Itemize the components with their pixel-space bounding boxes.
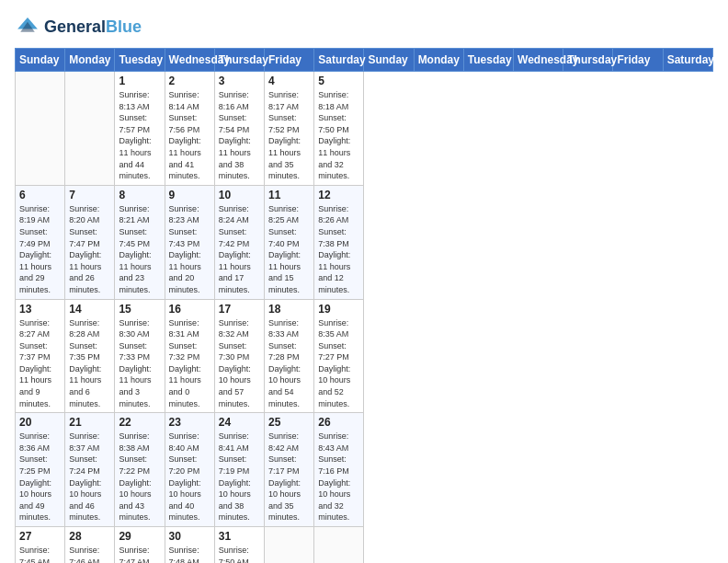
calendar-cell: 13Sunrise: 8:27 AM Sunset: 7:37 PM Dayli… — [16, 299, 65, 413]
calendar-cell: 28Sunrise: 7:46 AM Sunset: 6:13 PM Dayli… — [65, 527, 115, 564]
day-info: Sunrise: 7:48 AM Sunset: 6:10 PM Dayligh… — [169, 545, 210, 563]
calendar-table: SundayMondayTuesdayWednesdayThursdayFrid… — [15, 48, 713, 563]
day-number: 7 — [69, 189, 110, 201]
day-info: Sunrise: 8:19 AM Sunset: 7:49 PM Dayligh… — [19, 203, 61, 296]
day-number: 4 — [268, 75, 310, 87]
day-info: Sunrise: 8:43 AM Sunset: 7:16 PM Dayligh… — [318, 431, 359, 523]
calendar-week-2: 6Sunrise: 8:19 AM Sunset: 7:49 PM Daylig… — [16, 185, 713, 299]
logo: GeneralBlue — [15, 15, 142, 40]
calendar-header-tuesday: Tuesday — [115, 49, 165, 72]
day-info: Sunrise: 8:37 AM Sunset: 7:24 PM Dayligh… — [69, 431, 110, 523]
day-info: Sunrise: 8:27 AM Sunset: 7:37 PM Dayligh… — [19, 317, 61, 410]
calendar-header-saturday: Saturday — [314, 49, 364, 72]
col-header-monday: Monday — [414, 49, 463, 72]
col-header-friday: Friday — [613, 49, 663, 72]
day-number: 18 — [268, 303, 310, 316]
day-number: 8 — [119, 189, 160, 201]
col-header-thursday: Thursday — [563, 49, 613, 72]
day-number: 25 — [268, 416, 310, 429]
calendar-cell: 25Sunrise: 8:42 AM Sunset: 7:17 PM Dayli… — [265, 413, 314, 527]
day-number: 3 — [219, 75, 260, 87]
day-info: Sunrise: 8:28 AM Sunset: 7:35 PM Dayligh… — [69, 317, 110, 410]
day-info: Sunrise: 8:31 AM Sunset: 7:32 PM Dayligh… — [169, 317, 210, 410]
calendar-header-sunday: Sunday — [16, 49, 65, 72]
logo-text: GeneralBlue — [44, 18, 142, 37]
day-info: Sunrise: 8:32 AM Sunset: 7:30 PM Dayligh… — [219, 317, 260, 410]
calendar-cell — [16, 72, 65, 186]
calendar-header-friday: Friday — [265, 49, 314, 72]
calendar-cell: 10Sunrise: 8:24 AM Sunset: 7:42 PM Dayli… — [214, 185, 264, 299]
calendar-cell: 9Sunrise: 8:23 AM Sunset: 7:43 PM Daylig… — [165, 185, 214, 299]
calendar-cell: 29Sunrise: 7:47 AM Sunset: 6:12 PM Dayli… — [115, 527, 165, 564]
col-header-wednesday: Wednesday — [514, 49, 563, 72]
day-info: Sunrise: 8:16 AM Sunset: 7:54 PM Dayligh… — [219, 89, 260, 182]
day-info: Sunrise: 8:21 AM Sunset: 7:45 PM Dayligh… — [119, 203, 160, 296]
day-info: Sunrise: 7:46 AM Sunset: 6:13 PM Dayligh… — [69, 545, 110, 563]
day-number: 22 — [119, 416, 160, 429]
day-info: Sunrise: 8:25 AM Sunset: 7:40 PM Dayligh… — [268, 203, 310, 296]
calendar-week-3: 13Sunrise: 8:27 AM Sunset: 7:37 PM Dayli… — [16, 299, 713, 413]
day-number: 20 — [19, 416, 61, 429]
day-info: Sunrise: 8:17 AM Sunset: 7:52 PM Dayligh… — [268, 89, 310, 182]
day-number: 11 — [268, 189, 310, 201]
calendar-header-monday: Monday — [65, 49, 115, 72]
day-number: 26 — [318, 416, 359, 429]
day-info: Sunrise: 7:45 AM Sunset: 6:14 PM Dayligh… — [19, 545, 61, 563]
calendar-cell: 2Sunrise: 8:14 AM Sunset: 7:56 PM Daylig… — [165, 72, 214, 186]
day-number: 16 — [169, 303, 210, 316]
day-info: Sunrise: 8:42 AM Sunset: 7:17 PM Dayligh… — [268, 431, 310, 523]
calendar-week-5: 27Sunrise: 7:45 AM Sunset: 6:14 PM Dayli… — [16, 527, 713, 564]
logo-icon — [15, 15, 40, 40]
day-number: 10 — [219, 189, 260, 201]
calendar-cell: 31Sunrise: 7:50 AM Sunset: 6:09 PM Dayli… — [214, 527, 264, 564]
calendar-cell: 20Sunrise: 8:36 AM Sunset: 7:25 PM Dayli… — [16, 413, 65, 527]
day-number: 23 — [169, 416, 210, 429]
calendar-cell: 23Sunrise: 8:40 AM Sunset: 7:20 PM Dayli… — [165, 413, 214, 527]
calendar-cell: 6Sunrise: 8:19 AM Sunset: 7:49 PM Daylig… — [16, 185, 65, 299]
day-number: 27 — [19, 530, 61, 543]
day-info: Sunrise: 8:35 AM Sunset: 7:27 PM Dayligh… — [318, 317, 359, 410]
day-number: 29 — [119, 530, 160, 543]
calendar-cell: 15Sunrise: 8:30 AM Sunset: 7:33 PM Dayli… — [115, 299, 165, 413]
col-header-sunday: Sunday — [364, 49, 414, 72]
day-info: Sunrise: 8:18 AM Sunset: 7:50 PM Dayligh… — [318, 89, 359, 182]
calendar-cell: 16Sunrise: 8:31 AM Sunset: 7:32 PM Dayli… — [165, 299, 214, 413]
day-info: Sunrise: 8:23 AM Sunset: 7:43 PM Dayligh… — [169, 203, 210, 296]
calendar-cell: 3Sunrise: 8:16 AM Sunset: 7:54 PM Daylig… — [214, 72, 264, 186]
day-number: 28 — [69, 530, 110, 543]
day-info: Sunrise: 7:47 AM Sunset: 6:12 PM Dayligh… — [119, 545, 160, 563]
calendar-cell: 18Sunrise: 8:33 AM Sunset: 7:28 PM Dayli… — [265, 299, 314, 413]
day-info: Sunrise: 8:13 AM Sunset: 7:57 PM Dayligh… — [119, 89, 160, 182]
day-number: 5 — [318, 75, 359, 87]
day-info: Sunrise: 8:41 AM Sunset: 7:19 PM Dayligh… — [219, 431, 260, 523]
calendar-cell: 4Sunrise: 8:17 AM Sunset: 7:52 PM Daylig… — [265, 72, 314, 186]
day-number: 31 — [219, 530, 260, 543]
day-number: 12 — [318, 189, 359, 201]
calendar-cell — [314, 527, 364, 564]
day-info: Sunrise: 8:40 AM Sunset: 7:20 PM Dayligh… — [169, 431, 210, 523]
day-info: Sunrise: 7:50 AM Sunset: 6:09 PM Dayligh… — [219, 545, 260, 563]
calendar-week-4: 20Sunrise: 8:36 AM Sunset: 7:25 PM Dayli… — [16, 413, 713, 527]
day-info: Sunrise: 8:26 AM Sunset: 7:38 PM Dayligh… — [318, 203, 359, 296]
day-number: 21 — [69, 416, 110, 429]
calendar-cell: 7Sunrise: 8:20 AM Sunset: 7:47 PM Daylig… — [65, 185, 115, 299]
col-header-tuesday: Tuesday — [463, 49, 513, 72]
day-number: 6 — [19, 189, 61, 201]
day-info: Sunrise: 8:20 AM Sunset: 7:47 PM Dayligh… — [69, 203, 110, 296]
calendar-cell: 5Sunrise: 8:18 AM Sunset: 7:50 PM Daylig… — [314, 72, 364, 186]
calendar-week-1: 1Sunrise: 8:13 AM Sunset: 7:57 PM Daylig… — [16, 72, 713, 186]
day-info: Sunrise: 8:36 AM Sunset: 7:25 PM Dayligh… — [19, 431, 61, 523]
calendar-cell: 8Sunrise: 8:21 AM Sunset: 7:45 PM Daylig… — [115, 185, 165, 299]
calendar-cell — [65, 72, 115, 186]
day-info: Sunrise: 8:24 AM Sunset: 7:42 PM Dayligh… — [219, 203, 260, 296]
day-number: 1 — [119, 75, 160, 87]
col-header-saturday: Saturday — [663, 49, 712, 72]
calendar-cell: 27Sunrise: 7:45 AM Sunset: 6:14 PM Dayli… — [16, 527, 65, 564]
calendar-cell: 26Sunrise: 8:43 AM Sunset: 7:16 PM Dayli… — [314, 413, 364, 527]
day-number: 14 — [69, 303, 110, 316]
day-number: 24 — [219, 416, 260, 429]
day-number: 19 — [318, 303, 359, 316]
day-info: Sunrise: 8:38 AM Sunset: 7:22 PM Dayligh… — [119, 431, 160, 523]
page-header: GeneralBlue — [15, 15, 713, 40]
day-info: Sunrise: 8:33 AM Sunset: 7:28 PM Dayligh… — [268, 317, 310, 410]
